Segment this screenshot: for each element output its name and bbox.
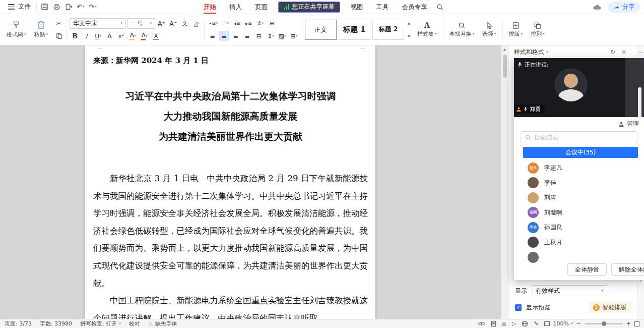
spellcheck-status[interactable]: 拼写检查: 打开▾	[80, 320, 121, 327]
align-right-button[interactable]: ≡	[230, 31, 241, 41]
find-replace-button[interactable]: 查找替换▾	[446, 21, 478, 39]
style-heading2[interactable]: 标题 2	[372, 20, 404, 40]
highlight-button[interactable]: A▾	[127, 31, 138, 41]
tab-member[interactable]: 会员专享	[396, 0, 434, 14]
align-center-button[interactable]: ≡	[219, 31, 229, 41]
panel-minimize-icon[interactable]: —	[638, 49, 643, 55]
increase-font-button[interactable]: A⁺	[156, 18, 167, 28]
gallery-down-icon[interactable]: ▼	[408, 34, 410, 38]
scrollbar-thumb[interactable]	[503, 54, 507, 78]
member-row[interactable]: 刘涛	[514, 190, 644, 205]
zoom-fit-icon[interactable]	[544, 321, 550, 326]
superscript-button[interactable]: x²	[116, 31, 126, 41]
mute-all-button[interactable]: 全体静音	[567, 263, 607, 276]
style-normal[interactable]: 正文	[305, 20, 337, 40]
borders-button[interactable]: ⊞▾	[289, 31, 299, 41]
char-border-button[interactable]: A	[151, 31, 161, 41]
proofread-button[interactable]: 校对	[129, 320, 140, 327]
zoom-out-button[interactable]: −	[576, 320, 581, 327]
meeting-video[interactable]: 正在讲话: 郑勇	[514, 58, 644, 117]
bullet-list-button[interactable]: •≡▾	[207, 18, 219, 28]
read-mode-icon[interactable]: ▷	[512, 320, 516, 327]
layout-button[interactable]: 排版▾	[505, 21, 527, 39]
panel-refresh-icon[interactable]: ↻	[610, 48, 615, 56]
select-button[interactable]: 选择▾	[479, 21, 500, 39]
manage-button[interactable]: 管理	[627, 120, 639, 128]
missing-font-warning[interactable]: ⚠缺失字体	[148, 320, 177, 327]
display-style-select[interactable]: 有效样式 ▾	[532, 285, 607, 296]
distributed-button[interactable]: ⊟	[253, 31, 264, 41]
copy-button[interactable]	[53, 31, 64, 41]
strikethrough-button[interactable]: A	[104, 31, 115, 41]
tab-view[interactable]: 视图	[344, 0, 370, 14]
tab-insert[interactable]: 插入	[223, 0, 248, 14]
tab-page[interactable]: 页面	[248, 0, 274, 14]
outdent-button[interactable]: ◂≡	[232, 18, 242, 28]
clear-format-button[interactable]	[191, 18, 202, 28]
web-view-icon[interactable]	[522, 320, 528, 327]
word-count[interactable]: 字数: 33980	[40, 320, 72, 327]
unmute-all-button[interactable]: 解除全体静音	[611, 263, 644, 276]
align-left-button[interactable]: ≡	[207, 31, 218, 41]
show-preview-checkbox[interactable]: ✓	[515, 304, 522, 311]
zoom-slider[interactable]	[585, 323, 623, 324]
arrange-button[interactable]: 排列▾	[527, 21, 548, 39]
fullscreen-icon[interactable]	[634, 321, 639, 326]
print-icon[interactable]	[50, 2, 62, 12]
file-menu[interactable]: 文件	[4, 3, 35, 11]
member-row[interactable]: 国良 孙国良	[514, 220, 644, 235]
italic-button[interactable]: I	[81, 31, 92, 41]
undo-button[interactable]: ↶▾	[75, 2, 87, 12]
outline-view-icon[interactable]: ≣	[502, 320, 506, 327]
search-icon[interactable]	[434, 2, 446, 12]
save-icon[interactable]	[38, 2, 50, 12]
panel-close-icon[interactable]: ×	[621, 48, 626, 56]
cloud-icon[interactable]	[591, 2, 603, 12]
page-view-icon[interactable]	[491, 320, 496, 327]
format-painter-button[interactable]: 格式刷▾	[3, 19, 30, 40]
eye-protect-icon[interactable]	[478, 321, 485, 326]
justify-button[interactable]: ≡	[242, 31, 252, 41]
chevron-down-icon[interactable]: ▾	[546, 50, 548, 54]
document-scrollbar[interactable]: ▲	[501, 45, 508, 319]
export-icon[interactable]	[62, 2, 75, 12]
paragraph-settings-button[interactable]: ⊞	[267, 18, 277, 28]
tab-tools[interactable]: 工具	[370, 0, 396, 14]
share-button[interactable]: 分享	[608, 2, 640, 13]
document-page[interactable]: 来源：新华网 2024 年 3 月 1 日 习近平在中共中央政治局第十二次集体学…	[85, 45, 375, 319]
member-search-box[interactable]	[521, 131, 637, 143]
font-family-select[interactable]: 华文中宋▾	[70, 18, 126, 29]
gallery-up-icon[interactable]: ▲	[408, 21, 410, 25]
zoom-slider-thumb[interactable]	[602, 321, 606, 326]
line-spacing-button[interactable]: ⇕▾	[265, 31, 276, 41]
edit-mode-icon[interactable]: ✎	[534, 320, 538, 327]
in-meeting-section[interactable]: 会议中(35)	[523, 147, 638, 158]
gallery-scroll[interactable]: ▲▼	[406, 20, 412, 40]
scroll-up-icon[interactable]: ▲	[503, 47, 506, 51]
cut-button[interactable]: ✂	[53, 18, 64, 28]
bold-button[interactable]: B	[70, 31, 80, 41]
shading-button[interactable]: ▨▾	[277, 31, 287, 41]
text-tool-button[interactable]: 文	[179, 18, 190, 28]
asian-layout-button[interactable]: ⇕▾	[255, 18, 266, 28]
indent-button[interactable]: ▸≡	[243, 18, 254, 28]
member-row[interactable]: 李佳	[514, 176, 644, 191]
numbered-list-button[interactable]: ≣▾	[220, 18, 231, 28]
style-heading1[interactable]: 标题 1	[339, 20, 370, 40]
member-search-input[interactable]	[534, 134, 633, 141]
tab-home[interactable]: 开始	[197, 0, 223, 14]
smart-layout-button[interactable]: S 智能排版	[589, 302, 631, 313]
decrease-font-button[interactable]: A⁻	[168, 18, 178, 28]
member-row[interactable]: 王秋月	[514, 235, 644, 250]
redo-button[interactable]: ↷▾	[87, 2, 99, 12]
member-row[interactable]: 璇啊 刘璇啊	[514, 205, 644, 221]
underline-button[interactable]: U▾	[93, 31, 103, 41]
screen-sharing-badge[interactable]: 您正在共享屏幕	[278, 2, 340, 13]
style-set-button[interactable]: A 样式集▾	[414, 20, 440, 39]
paste-button[interactable]: 粘贴▾	[31, 19, 52, 40]
font-size-select[interactable]: 一号▾	[127, 18, 155, 29]
member-row[interactable]: 超凡 李超凡	[514, 160, 644, 176]
zoom-level[interactable]: 100%▾	[553, 320, 573, 327]
member-row[interactable]	[514, 250, 644, 265]
font-color-button[interactable]: A▾	[139, 31, 150, 41]
